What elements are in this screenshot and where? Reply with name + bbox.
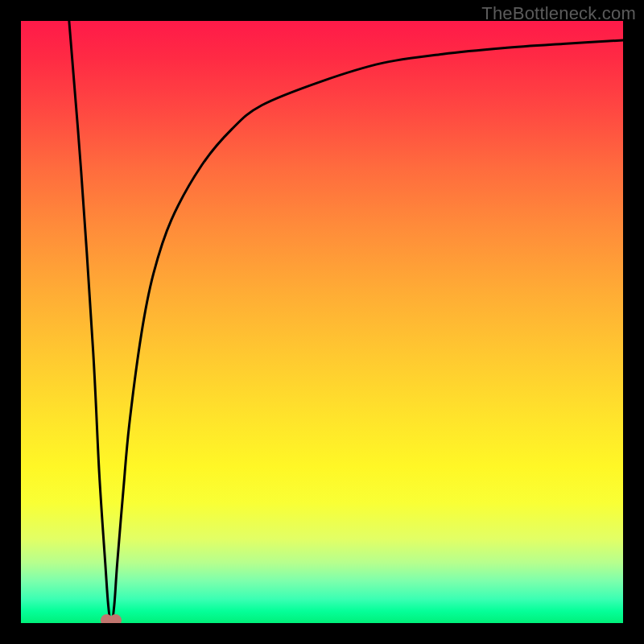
watermark-text: TheBottleneck.com (481, 3, 636, 24)
bottleneck-curve (69, 21, 623, 623)
plot-area (21, 21, 623, 623)
minimum-marker (101, 609, 122, 623)
chart-frame: TheBottleneck.com (0, 0, 644, 644)
curve-layer (21, 21, 623, 623)
marker-bridge (105, 619, 118, 623)
